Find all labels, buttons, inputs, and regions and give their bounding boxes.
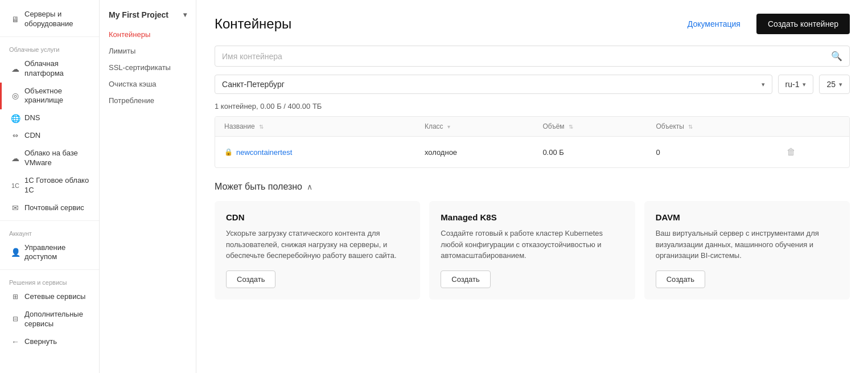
1c-icon: 1C (11, 181, 20, 190)
cloud-section-label: Облачные услуги (0, 40, 99, 55)
sidebar-item-label: Сетевые сервисы (24, 292, 85, 302)
container-name-link[interactable]: 🔒 newcontainertest (224, 148, 406, 157)
dns-icon: 🌐 (11, 114, 20, 123)
project-nav-item-limits[interactable]: Лимиты (100, 43, 196, 59)
col-objects[interactable]: Объекты ⇅ (647, 117, 775, 137)
create-container-button[interactable]: Создать контейнер (756, 14, 850, 34)
cdn-icon: ⇔ (11, 132, 20, 141)
k8s-card-desc: Создайте готовый к работе кластер Kubern… (441, 228, 623, 261)
davm-create-button[interactable]: Создать (656, 270, 705, 288)
main-header: Контейнеры Документация Создать контейне… (215, 14, 850, 34)
containers-table: Название ⇅ Класс ▾ Объём ⇅ Объекты ⇅ (215, 116, 850, 168)
col-actions (775, 117, 849, 137)
sidebar-item-1c[interactable]: 1C 1С Готовое облако 1С (0, 172, 99, 199)
sidebar-divider-2 (0, 220, 99, 221)
project-nav-item-ssl[interactable]: SSL-сертификаты (100, 59, 196, 76)
useful-header[interactable]: Может быть полезно ∧ (215, 182, 850, 192)
count-value: 25 (826, 80, 836, 89)
cdn-create-button[interactable]: Создать (226, 270, 275, 288)
sidebar-item-label: Управление доступом (24, 243, 90, 263)
davm-card-desc: Ваш виртуальный сервер с инструментами д… (656, 228, 838, 261)
cell-objects: 0 (647, 137, 775, 168)
table-header-row: Название ⇅ Класс ▾ Объём ⇅ Объекты ⇅ (215, 117, 849, 137)
search-icon: 🔍 (831, 51, 842, 62)
sidebar-item-label: Свернуть (24, 337, 57, 347)
project-header[interactable]: My First Project ▾ (100, 5, 196, 26)
sidebar-item-additional[interactable]: ⊟ Дополнительные сервисы (0, 306, 99, 333)
table: Название ⇅ Класс ▾ Объём ⇅ Объекты ⇅ (215, 117, 849, 167)
delete-container-button[interactable]: 🗑 (784, 145, 798, 159)
project-nav: My First Project ▾ Контейнеры Лимиты SSL… (100, 0, 196, 373)
summary-text: 1 контейнер, 0.00 Б / 400.00 ТБ (215, 102, 850, 110)
col-volume[interactable]: Объём ⇅ (533, 117, 647, 137)
account-section-label: Аккаунт (0, 224, 99, 239)
sidebar-item-collapse[interactable]: ← Свернуть (0, 333, 99, 351)
davm-card: DAVM Ваш виртуальный сервер с инструмент… (644, 201, 850, 300)
location-select[interactable]: Санкт-Петербург ▾ (215, 75, 772, 94)
collapse-icon: ← (11, 337, 20, 346)
useful-chevron-icon: ∧ (307, 182, 312, 191)
main-content: Контейнеры Документация Создать контейне… (196, 0, 868, 373)
region-value: ru-1 (785, 80, 800, 89)
sidebar-divider-1 (0, 36, 99, 37)
search-input[interactable] (222, 52, 831, 61)
sidebar-item-label: DNS (24, 113, 40, 123)
cell-class: холодное (416, 137, 533, 168)
col-name[interactable]: Название ⇅ (215, 117, 416, 137)
davm-card-title: DAVM (656, 212, 838, 222)
sidebar-item-cloud-platform[interactable]: ☁ Облачная платформа (0, 55, 99, 83)
additional-icon: ⊟ (11, 315, 20, 324)
k8s-card-title: Managed K8S (441, 212, 623, 222)
sidebar-item-label: Облако на базе VMware (24, 149, 90, 168)
sidebar-item-network[interactable]: ⊞ Сетевые сервисы (0, 288, 99, 306)
useful-section: Может быть полезно ∧ CDN Ускорьте загруз… (215, 182, 850, 300)
container-name: newcontainertest (236, 148, 292, 157)
name-sort-icon: ⇅ (259, 124, 264, 130)
sidebar-item-label: 1С Готовое облако 1С (24, 176, 90, 195)
sidebar-item-label: Почтовый сервис (24, 203, 84, 213)
sidebar-item-object-storage[interactable]: ◎ Объектное хранилище (0, 83, 99, 110)
sidebar-item-dns[interactable]: 🌐 DNS (0, 109, 99, 127)
project-nav-item-cache[interactable]: Очистка кэша (100, 76, 196, 92)
cdn-card: CDN Ускорьте загрузку статического конте… (215, 201, 420, 300)
project-chevron-icon: ▾ (183, 11, 187, 19)
project-nav-item-consumption[interactable]: Потребление (100, 92, 196, 109)
volume-sort-icon: ⇅ (569, 124, 573, 130)
sidebar: 🖥 Серверы и оборудование Облачные услуги… (0, 0, 100, 373)
solutions-section-label: Решения и сервисы (0, 273, 99, 288)
sidebar-item-access[interactable]: 👤 Управление доступом (0, 239, 99, 267)
region-chevron-icon: ▾ (803, 81, 806, 88)
project-title: My First Project (109, 10, 168, 19)
region-select[interactable]: ru-1 ▾ (778, 75, 814, 94)
sidebar-divider-3 (0, 269, 99, 270)
objects-sort-icon: ⇅ (688, 124, 693, 130)
filters-row: Санкт-Петербург ▾ ru-1 ▾ 25 ▾ (215, 75, 850, 94)
cell-name: 🔒 newcontainertest (215, 137, 416, 168)
page-title: Контейнеры (215, 16, 291, 32)
k8s-card: Managed K8S Создайте готовый к работе кл… (429, 201, 635, 300)
col-class[interactable]: Класс ▾ (416, 117, 533, 137)
location-chevron-icon: ▾ (762, 81, 765, 88)
sidebar-item-label: CDN (24, 131, 40, 141)
server-icon: 🖥 (11, 15, 20, 24)
sidebar-item-mail[interactable]: ✉ Почтовый сервис (0, 199, 99, 217)
documentation-link[interactable]: Документация (688, 19, 741, 28)
sidebar-item-label: Объектное хранилище (24, 87, 90, 106)
mail-icon: ✉ (11, 203, 20, 212)
object-storage-icon: ◎ (11, 91, 20, 100)
k8s-create-button[interactable]: Создать (441, 270, 490, 288)
vmware-icon: ☁ (11, 154, 20, 163)
cell-actions: 🗑 (775, 137, 849, 168)
cdn-card-title: CDN (226, 212, 409, 222)
project-nav-item-containers[interactable]: Контейнеры (100, 26, 196, 43)
count-chevron-icon: ▾ (839, 81, 842, 88)
sidebar-item-servers[interactable]: 🖥 Серверы и оборудование (0, 6, 99, 33)
location-value: Санкт-Петербург (222, 80, 285, 89)
network-icon: ⊞ (11, 293, 20, 302)
sidebar-item-vmware[interactable]: ☁ Облако на базе VMware (0, 145, 99, 172)
cards-row: CDN Ускорьте загрузку статического конте… (215, 201, 850, 300)
sidebar-item-label: Дополнительные сервисы (24, 310, 90, 329)
count-select[interactable]: 25 ▾ (819, 75, 850, 94)
sidebar-item-cdn[interactable]: ⇔ CDN (0, 127, 99, 145)
class-sort-icon: ▾ (447, 124, 450, 130)
